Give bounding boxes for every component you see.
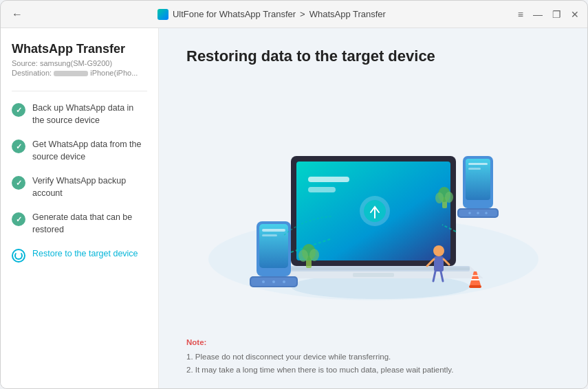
sidebar: WhatsApp Transfer Source: samsung(SM-G92… [1, 28, 159, 389]
sidebar-dest: Destination: iPhone(iPho... [12, 69, 147, 77]
restore-button[interactable]: ❐ [552, 10, 561, 19]
note-title: Note: [186, 336, 560, 348]
note-section: Note: 1. Please do not disconnect your d… [186, 336, 560, 376]
step-label-4: Generate data that can be restored [32, 212, 147, 236]
step-item-1: ✓ Back up WhatsApp data in the source de… [12, 102, 147, 126]
svg-point-29 [485, 212, 488, 214]
svg-rect-24 [468, 168, 481, 170]
step-check-3: ✓ [16, 179, 22, 188]
svg-rect-11 [353, 273, 394, 277]
note-line-2: 2. It may take a long time when there is… [186, 364, 560, 376]
step-icon-4: ✓ [12, 212, 25, 226]
step-label-3: Verify WhatsApp backup account [32, 175, 147, 199]
svg-point-27 [468, 212, 471, 214]
sidebar-source: Source: samsung(SM-G9200) [12, 59, 147, 67]
svg-rect-39 [434, 256, 444, 271]
step-item-2: ✓ Get WhatsApp data from the source devi… [12, 139, 147, 163]
svg-rect-6 [308, 187, 336, 192]
back-button[interactable]: ← [9, 6, 25, 23]
svg-point-20 [283, 280, 285, 283]
svg-point-32 [298, 249, 308, 262]
title-bar: ← UltFone for WhatsApp Transfer > WhatsA… [1, 1, 587, 28]
page-name: WhatsApp Transfer [309, 9, 386, 19]
step-label-2: Get WhatsApp data from the source device [32, 139, 147, 163]
sidebar-title: WhatsApp Transfer [12, 42, 147, 56]
step-item-3: ✓ Verify WhatsApp backup account [12, 175, 147, 199]
step-check-4: ✓ [16, 215, 22, 224]
step-item-4: ✓ Generate data that can be restored [12, 212, 147, 236]
step-icon-2: ✓ [12, 140, 25, 153]
step-check-1: ✓ [16, 106, 22, 115]
svg-point-28 [477, 212, 479, 214]
title-bar-center: UltFone for WhatsApp Transfer > WhatsApp… [25, 9, 518, 20]
svg-rect-15 [262, 234, 277, 236]
title-bar-left: ← [9, 6, 25, 23]
note-line-1: 1. Please do not disconnect your device … [186, 351, 560, 363]
svg-point-19 [272, 280, 275, 283]
app-name: UltFone for WhatsApp Transfer [173, 9, 296, 19]
svg-rect-23 [468, 163, 488, 165]
svg-point-37 [445, 192, 453, 203]
illustration [186, 72, 560, 336]
step-label-5: Restore to the target device [32, 248, 138, 260]
svg-rect-5 [308, 177, 349, 182]
svg-rect-14 [262, 229, 285, 232]
step-check-2: ✓ [16, 142, 22, 151]
svg-point-36 [435, 192, 444, 203]
main-layout: WhatsApp Transfer Source: samsung(SM-G92… [1, 28, 587, 389]
dest-redacted [54, 71, 88, 76]
steps-divider [12, 91, 147, 91]
step-label-1: Back up WhatsApp data in the source devi… [32, 102, 147, 126]
content-area: Restoring data to the target device [159, 28, 587, 389]
svg-point-18 [262, 280, 265, 283]
svg-rect-47 [469, 285, 481, 288]
breadcrumb-separator: > [300, 9, 305, 19]
step-icon-5 [12, 249, 25, 263]
step-item-5: Restore to the target device [12, 248, 147, 263]
svg-point-38 [433, 245, 444, 256]
step-icon-1: ✓ [12, 103, 25, 117]
step-icon-3: ✓ [12, 176, 25, 190]
close-button[interactable]: ✕ [571, 10, 579, 19]
content-title: Restoring data to the target device [186, 47, 560, 65]
minimize-button[interactable]: — [533, 10, 543, 19]
menu-icon[interactable]: ≡ [518, 10, 523, 19]
svg-point-33 [309, 249, 319, 261]
app-icon [157, 9, 168, 20]
title-bar-right: ≡ — ❐ ✕ [518, 10, 579, 19]
